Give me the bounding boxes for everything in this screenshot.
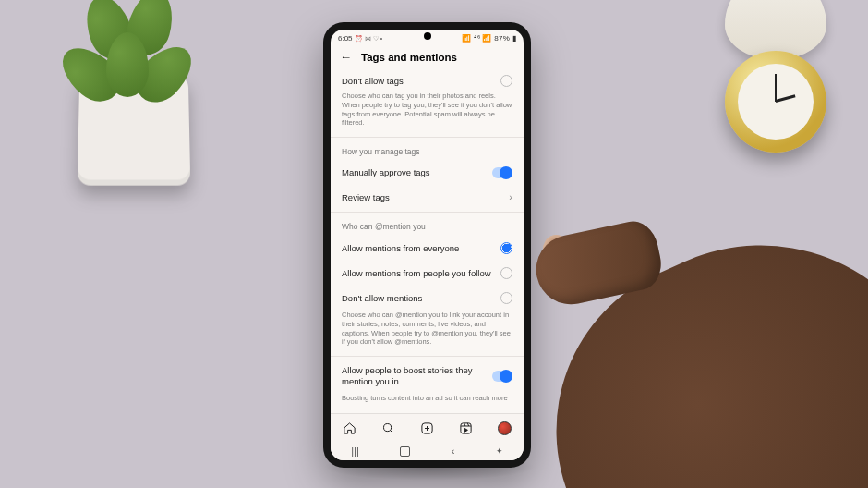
toggle-switch[interactable]	[492, 371, 512, 382]
hand-pointing	[517, 201, 868, 488]
radio-icon[interactable]	[500, 267, 512, 279]
recents-button[interactable]: |||	[351, 445, 359, 457]
page-title: Tags and mentions	[361, 52, 457, 63]
settings-content: Don't allow tags Choose who can tag you …	[331, 70, 524, 413]
option-mentions-none[interactable]: Don't allow mentions	[331, 286, 524, 311]
option-mentions-followed[interactable]: Allow mentions from people you follow	[331, 261, 524, 286]
page-header: ← Tags and mentions	[331, 45, 524, 70]
decor-plant	[51, 0, 208, 185]
reels-icon[interactable]	[459, 421, 473, 435]
option-review-tags[interactable]: Review tags ›	[331, 185, 524, 211]
back-button[interactable]: ‹	[452, 445, 455, 457]
home-icon[interactable]	[343, 421, 356, 435]
system-navbar: ||| ‹ ✦	[331, 442, 524, 460]
chevron-right-icon: ›	[509, 191, 512, 204]
toggle-switch[interactable]	[492, 167, 512, 178]
phone-device: 6:05 ⏰ ⋈ ♡ • 📶 ⁴⁶ 📶 87% ▮ ← Tags and men…	[323, 22, 531, 468]
option-mentions-everyone[interactable]: Allow mentions from everyone	[331, 236, 524, 261]
create-icon[interactable]	[420, 421, 434, 435]
boost-description: Boosting turns content into an ad so it …	[331, 394, 524, 403]
app-tabbar	[331, 413, 524, 442]
back-icon[interactable]: ←	[340, 51, 352, 63]
phone-screen: 6:05 ⏰ ⋈ ♡ • 📶 ⁴⁶ 📶 87% ▮ ← Tags and men…	[331, 30, 524, 460]
svg-point-0	[384, 423, 392, 431]
mentions-description: Choose who can @mention you to link your…	[331, 311, 524, 354]
radio-icon[interactable]	[500, 242, 512, 254]
accessibility-button[interactable]: ✦	[496, 446, 503, 456]
section-manage-tags: How you manage tags	[331, 140, 524, 161]
radio-icon[interactable]	[500, 292, 512, 304]
option-boost-stories[interactable]: Allow people to boost stories they menti…	[331, 359, 524, 394]
option-label: Don't allow tags	[342, 76, 404, 87]
svg-rect-2	[461, 422, 471, 433]
option-label: Review tags	[342, 192, 390, 203]
status-time: 6:05 ⏰ ⋈ ♡ •	[338, 34, 382, 43]
search-icon[interactable]	[381, 421, 395, 435]
status-indicators: 📶 ⁴⁶ 📶 87% ▮	[462, 34, 516, 43]
divider	[331, 212, 524, 213]
radio-icon[interactable]	[500, 75, 512, 87]
divider	[331, 356, 524, 357]
home-button[interactable]	[400, 446, 410, 457]
decor-clock	[702, 0, 859, 166]
tags-description: Choose who can tag you in their photos a…	[331, 92, 524, 135]
divider	[331, 137, 524, 138]
option-dont-allow-tags[interactable]: Don't allow tags	[331, 70, 524, 92]
section-mentions: Who can @mention you	[331, 214, 524, 236]
option-label: Allow people to boost stories they menti…	[342, 365, 480, 387]
option-label: Don't allow mentions	[342, 293, 422, 304]
option-manually-approve[interactable]: Manually approve tags	[331, 161, 524, 185]
option-label: Manually approve tags	[342, 167, 430, 178]
front-camera	[424, 32, 431, 40]
profile-avatar[interactable]	[498, 421, 512, 435]
option-label: Allow mentions from everyone	[342, 243, 459, 254]
option-label: Allow mentions from people you follow	[342, 268, 491, 279]
